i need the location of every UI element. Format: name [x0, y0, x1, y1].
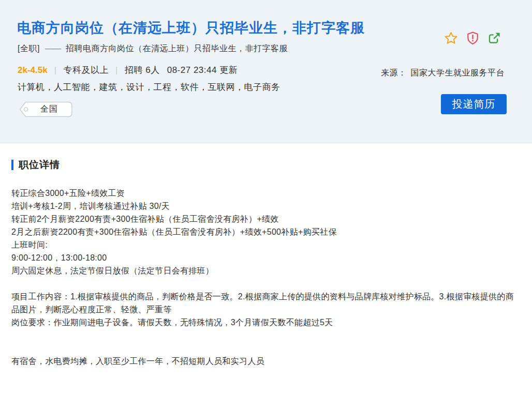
- job-subtitle-row: [全职]——招聘电商方向岗位（在清远上班）只招毕业生，非打字客服: [18, 43, 288, 54]
- location-tag: 全国: [19, 101, 73, 118]
- job-subtitle: 招聘电商方向岗位（在清远上班）只招毕业生，非打字客服: [66, 44, 288, 53]
- detail-line: 有宿舍，水电费均摊，入职至少工作一年，不招短期人员和实习人员: [11, 355, 520, 368]
- meta-separator: |: [115, 65, 118, 75]
- detail-line: 培训+考核1-2周，培训考核通过补贴 30/天: [11, 200, 520, 212]
- report-shield-icon[interactable]: [466, 31, 480, 45]
- section-accent-bar: [11, 160, 13, 170]
- detail-line: 岗位要求：作业期间进电子设备。请假天数，无特殊情况，3个月请假天数不能超过5天: [11, 316, 520, 329]
- detail-line-blank: [11, 342, 520, 355]
- employment-type: [全职]: [18, 44, 40, 53]
- detail-line: 项目工作内容：1.根据审核提供的商品，判断价格是否一致。2.根据商家上传的提供的…: [11, 290, 520, 316]
- apply-resume-button[interactable]: 投递简历: [441, 94, 507, 114]
- location-tag-label: 全国: [19, 101, 73, 118]
- job-meta-row: 2k-4.5k|专科及以上|招聘 6人08-27 23:44 更新: [18, 64, 238, 76]
- favorite-star-icon[interactable]: [444, 31, 458, 45]
- salary-range: 2k-4.5k: [18, 65, 48, 75]
- education-requirement: 专科及以上: [64, 65, 109, 75]
- detail-line: 转正综合3000+五险+绩效工资: [11, 187, 520, 200]
- job-categories: 计算机，人工智能，建筑，设计，工程，软件，互联网，电子商务: [18, 81, 280, 93]
- detail-line: 周六固定休息，法定节假日放假（法定节日会有排班）: [11, 264, 520, 277]
- recruit-count: 招聘 6人: [125, 65, 160, 75]
- detail-line: 上班时间:: [11, 238, 520, 251]
- detail-line: 转正前2个月薪资2200有责+300住宿补贴（住员工宿舍没有房补）+绩效: [11, 212, 520, 225]
- detail-line-blank: [11, 277, 520, 290]
- header-action-icons: [444, 31, 501, 45]
- detail-line-blank: [11, 329, 520, 342]
- subtitle-dash: ——: [45, 44, 61, 53]
- meta-separator: |: [54, 65, 57, 75]
- section-title: 职位详情: [19, 158, 60, 172]
- detail-line: 9:00-12:00，13:00-18:00: [11, 251, 520, 264]
- detail-line: 2月之后薪资2200有责+300住宿补贴（住员工宿舍没有房补）+绩效+500补贴…: [11, 225, 520, 238]
- job-header: 电商方向岗位（在清远上班）只招毕业生，非打字客服: [0, 0, 532, 143]
- source-value: 国家大学生就业服务平台: [411, 68, 505, 77]
- job-source: 来源：国家大学生就业服务平台: [381, 68, 505, 79]
- job-detail-page: 电商方向岗位（在清远上班）只招毕业生，非打字客服: [0, 0, 532, 395]
- source-label: 来源：: [381, 68, 407, 77]
- updated-time: 08-27 23:44 更新: [167, 65, 238, 75]
- share-icon[interactable]: [487, 31, 501, 45]
- job-details-section: 职位详情 转正综合3000+五险+绩效工资 培训+考核1-2周，培训考核通过补贴…: [0, 143, 532, 368]
- section-header: 职位详情: [11, 159, 521, 171]
- job-title: 电商方向岗位（在清远上班）只招毕业生，非打字客服: [17, 19, 365, 37]
- job-description: 转正综合3000+五险+绩效工资 培训+考核1-2周，培训考核通过补贴 30/天…: [11, 187, 521, 368]
